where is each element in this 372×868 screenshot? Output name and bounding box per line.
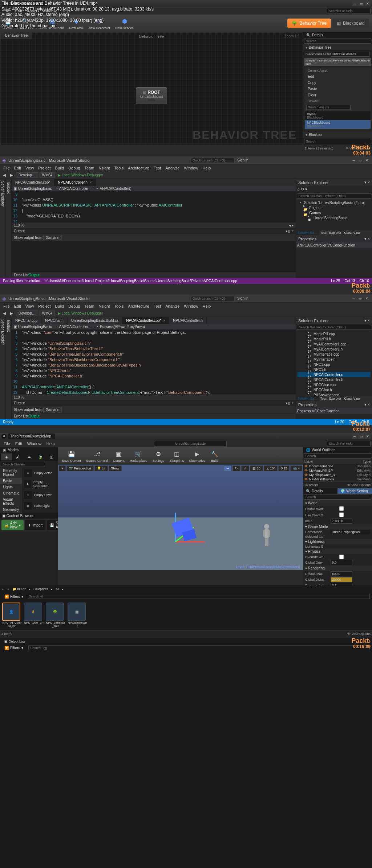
- breadcrumb-project[interactable]: ▣ UnrealScriptingBasic: [14, 187, 52, 191]
- filters-button[interactable]: 🔽 Filters ▾: [1, 645, 26, 650]
- menu-team[interactable]: Team: [83, 165, 96, 171]
- menu-architecture[interactable]: Architecture: [126, 303, 151, 309]
- team-explorer-tab[interactable]: Team Explorer: [319, 230, 343, 235]
- minimize-button[interactable]: ─: [352, 1, 357, 6]
- source-control-button[interactable]: ⎇Source Control: [84, 449, 110, 463]
- ctx-copy[interactable]: Copy: [304, 80, 371, 86]
- solution-explorer-tab[interactable]: Solution Ex…: [296, 396, 319, 401]
- menu-debug[interactable]: Debug: [66, 165, 82, 171]
- menu-window[interactable]: Window: [182, 303, 200, 309]
- sign-in-link[interactable]: Sign in: [237, 296, 248, 300]
- behavior-tree-graph[interactable]: Behavior Tree Behavior Tree Zoom 1:1 ▦RO…: [0, 32, 303, 145]
- ctx-edit[interactable]: Edit: [304, 73, 371, 80]
- menu-help[interactable]: Help: [201, 165, 213, 171]
- show-dropdown[interactable]: Show: [109, 465, 122, 471]
- search-classes-input[interactable]: [1, 462, 45, 467]
- search-help-input[interactable]: [327, 8, 371, 14]
- file-tab[interactable]: NPCAIController.cpp*×: [122, 317, 169, 324]
- add-new-button[interactable]: 🔒 Add New ▾: [1, 520, 24, 530]
- refresh-icon[interactable]: ↻: [301, 187, 304, 192]
- solution-file[interactable]: ▸ ++PillSpawner.cpp: [298, 392, 371, 396]
- rendering-section[interactable]: ▾ Rendering: [303, 565, 372, 571]
- place-actor-item[interactable]: ●Empty Actor: [22, 468, 58, 479]
- sign-in-link[interactable]: Sign in: [237, 158, 248, 162]
- file-tab[interactable]: NPCChar.cpp: [12, 317, 41, 324]
- behavior-tree-mode-button[interactable]: 🌳Behavior Tree: [287, 19, 331, 28]
- close-button[interactable]: ✕: [365, 434, 371, 439]
- menu-edit[interactable]: Edit: [12, 165, 23, 171]
- output-from-dropdown[interactable]: Xamarin: [43, 407, 62, 412]
- log-search-input[interactable]: [28, 645, 370, 650]
- nav-fwd-button[interactable]: →: [6, 587, 9, 591]
- menu-file[interactable]: File: [1, 441, 12, 447]
- outliner-item[interactable]: 👁NavMeshBoundsNavMesh: [303, 477, 372, 481]
- class-view-tab[interactable]: Class View: [343, 396, 362, 401]
- debug-button[interactable]: ▶ Local Windows Debugger: [56, 172, 105, 178]
- solution-search[interactable]: [297, 193, 371, 199]
- nav-back-button[interactable]: ←: [1, 587, 5, 591]
- menu-file[interactable]: File: [1, 165, 12, 171]
- close-icon[interactable]: ×: [90, 180, 92, 184]
- menu-analyze[interactable]: Analyze: [163, 303, 181, 309]
- menu-debug[interactable]: Debug: [66, 303, 82, 309]
- transform-rotate-button[interactable]: ↻: [232, 465, 240, 471]
- search-help-input[interactable]: [327, 441, 371, 447]
- use-client-checkbox[interactable]: [331, 512, 352, 517]
- level-viewport[interactable]: ▾ 📷 Perspective 💡 Lit Show ⬌ ↻ ⤢ ▦ 10 ∠ …: [58, 465, 303, 570]
- menu-project[interactable]: Project: [36, 303, 52, 309]
- file-tab[interactable]: NPCAIController.h: [169, 317, 207, 324]
- team-explorer-tab[interactable]: Team Explorer: [319, 396, 343, 401]
- error-list-tab[interactable]: Error List: [14, 414, 29, 418]
- menu-project[interactable]: Project: [36, 165, 52, 171]
- details-tab[interactable]: 🔍Details: [303, 32, 372, 38]
- nav-fwd-button[interactable]: ▶: [9, 311, 15, 316]
- snap-scale-button[interactable]: 0.25: [278, 465, 290, 471]
- quick-launch-input[interactable]: [191, 158, 234, 163]
- error-list-tab[interactable]: Error List: [14, 273, 29, 277]
- maximize-button[interactable]: ▭: [358, 434, 364, 439]
- path-crumb[interactable]: AI: [54, 587, 60, 592]
- view-options-button[interactable]: 👁 View Options: [347, 483, 371, 487]
- menu-build[interactable]: Build: [53, 165, 66, 171]
- settings-button[interactable]: ⚙Settings: [150, 449, 167, 463]
- code-editor[interactable]: 91011121314151617181920212223242526 "mac…: [12, 191, 296, 222]
- dynamic-ind-input[interactable]: [331, 583, 352, 585]
- ctx-clear[interactable]: Clear: [304, 92, 371, 98]
- physics-section[interactable]: ▾ Physics: [303, 549, 372, 554]
- minimize-button[interactable]: ─: [351, 158, 357, 163]
- place-actor-item[interactable]: ♟Empty Character: [22, 479, 58, 489]
- content-asset[interactable]: 👤NPC_AI_Controll_BP: [2, 603, 22, 628]
- landscape-mode-button[interactable]: ⛰: [23, 453, 35, 460]
- place-mode-button[interactable]: ◈: [1, 453, 12, 460]
- file-tab[interactable]: UnrealScriptingBasic.Build.cs: [68, 317, 123, 324]
- details-search[interactable]: [304, 39, 371, 44]
- bt-section-header[interactable]: ▾Behavior Tree: [303, 44, 372, 51]
- zoom-dropdown[interactable]: 110 %: [14, 223, 24, 227]
- menu-edit[interactable]: Edit: [12, 303, 23, 309]
- nav-fwd-button[interactable]: ▶: [9, 172, 15, 178]
- import-button[interactable]: ⬇ Import: [25, 520, 45, 530]
- override-world-checkbox[interactable]: [331, 555, 352, 559]
- file-tab[interactable]: NPCAIController.h×: [54, 179, 96, 186]
- foliage-mode-button[interactable]: 🍃: [35, 453, 46, 460]
- details-search[interactable]: [304, 495, 371, 500]
- transform-select-button[interactable]: ⬌: [224, 465, 232, 471]
- build-button[interactable]: 🔨Build: [208, 449, 221, 463]
- menu-test[interactable]: Test: [152, 303, 163, 309]
- breadcrumb-class[interactable]: → ANPCAIController: [55, 187, 89, 191]
- lightmass-section[interactable]: ▾ Lightmass: [303, 539, 372, 544]
- visibility-icon[interactable]: 👁: [304, 473, 308, 477]
- category-lights[interactable]: Lights: [0, 484, 22, 490]
- solution-explorer-tab[interactable]: Solution Ex…: [296, 230, 319, 235]
- breadcrumb-project[interactable]: ▣ UnrealScriptingBasic: [14, 325, 52, 329]
- platform-dropdown[interactable]: Win64: [40, 172, 55, 178]
- enable-world-checkbox[interactable]: [331, 506, 352, 511]
- menu-analyze[interactable]: Analyze: [163, 165, 181, 171]
- maximize-button[interactable]: ▭: [357, 158, 363, 163]
- content-asset[interactable]: ▦NPCBlackboard: [68, 603, 87, 628]
- details-tab[interactable]: 🔍 Details: [303, 488, 337, 494]
- close-button[interactable]: ✕: [364, 296, 370, 301]
- place-actor-item[interactable]: ◉Point Light: [22, 500, 58, 511]
- gamemode-section[interactable]: ▾ Game Mode: [303, 524, 372, 529]
- debug-button[interactable]: ▶ Local Windows Debugger: [56, 311, 105, 316]
